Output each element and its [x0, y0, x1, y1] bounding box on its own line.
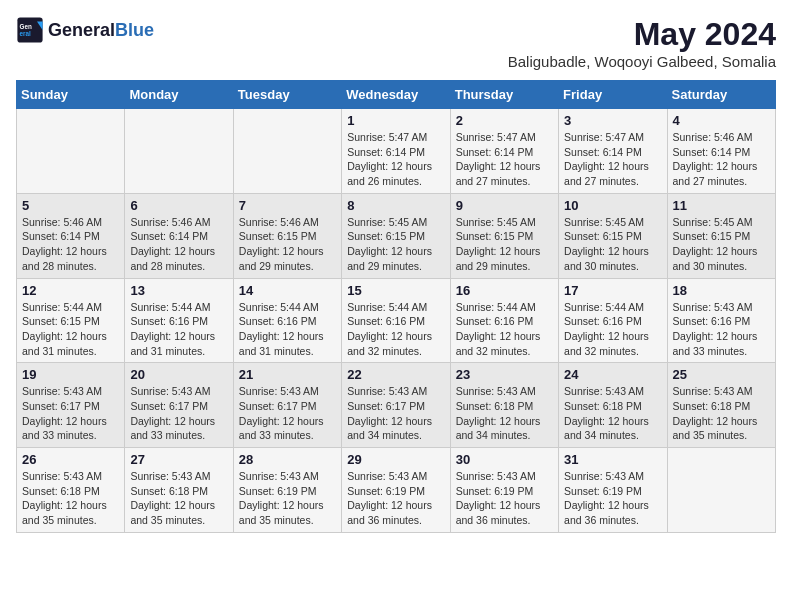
- day-info: Sunrise: 5:43 AM Sunset: 6:17 PM Dayligh…: [130, 384, 227, 443]
- day-info: Sunrise: 5:43 AM Sunset: 6:18 PM Dayligh…: [22, 469, 119, 528]
- empty-cell: [125, 109, 233, 194]
- logo-general: General: [48, 20, 115, 40]
- weekday-wednesday: Wednesday: [342, 81, 450, 109]
- day-cell-15: 15Sunrise: 5:44 AM Sunset: 6:16 PM Dayli…: [342, 278, 450, 363]
- weekday-tuesday: Tuesday: [233, 81, 341, 109]
- day-number: 31: [564, 452, 661, 467]
- day-cell-26: 26Sunrise: 5:43 AM Sunset: 6:18 PM Dayli…: [17, 448, 125, 533]
- day-number: 18: [673, 283, 770, 298]
- day-info: Sunrise: 5:43 AM Sunset: 6:17 PM Dayligh…: [347, 384, 444, 443]
- day-info: Sunrise: 5:44 AM Sunset: 6:15 PM Dayligh…: [22, 300, 119, 359]
- day-number: 4: [673, 113, 770, 128]
- day-number: 2: [456, 113, 553, 128]
- day-info: Sunrise: 5:43 AM Sunset: 6:18 PM Dayligh…: [673, 384, 770, 443]
- day-info: Sunrise: 5:45 AM Sunset: 6:15 PM Dayligh…: [456, 215, 553, 274]
- day-number: 19: [22, 367, 119, 382]
- day-number: 10: [564, 198, 661, 213]
- day-number: 12: [22, 283, 119, 298]
- day-info: Sunrise: 5:46 AM Sunset: 6:15 PM Dayligh…: [239, 215, 336, 274]
- day-info: Sunrise: 5:47 AM Sunset: 6:14 PM Dayligh…: [564, 130, 661, 189]
- day-number: 6: [130, 198, 227, 213]
- day-cell-7: 7Sunrise: 5:46 AM Sunset: 6:15 PM Daylig…: [233, 193, 341, 278]
- day-cell-11: 11Sunrise: 5:45 AM Sunset: 6:15 PM Dayli…: [667, 193, 775, 278]
- day-number: 14: [239, 283, 336, 298]
- day-info: Sunrise: 5:44 AM Sunset: 6:16 PM Dayligh…: [130, 300, 227, 359]
- day-cell-27: 27Sunrise: 5:43 AM Sunset: 6:18 PM Dayli…: [125, 448, 233, 533]
- day-info: Sunrise: 5:47 AM Sunset: 6:14 PM Dayligh…: [347, 130, 444, 189]
- day-cell-24: 24Sunrise: 5:43 AM Sunset: 6:18 PM Dayli…: [559, 363, 667, 448]
- day-number: 24: [564, 367, 661, 382]
- day-info: Sunrise: 5:43 AM Sunset: 6:17 PM Dayligh…: [239, 384, 336, 443]
- day-cell-3: 3Sunrise: 5:47 AM Sunset: 6:14 PM Daylig…: [559, 109, 667, 194]
- calendar-table: SundayMondayTuesdayWednesdayThursdayFrid…: [16, 80, 776, 533]
- calendar-week-row: 12Sunrise: 5:44 AM Sunset: 6:15 PM Dayli…: [17, 278, 776, 363]
- calendar-title: May 2024: [508, 16, 776, 53]
- day-number: 13: [130, 283, 227, 298]
- day-info: Sunrise: 5:43 AM Sunset: 6:18 PM Dayligh…: [564, 384, 661, 443]
- day-number: 17: [564, 283, 661, 298]
- day-info: Sunrise: 5:43 AM Sunset: 6:19 PM Dayligh…: [239, 469, 336, 528]
- day-cell-9: 9Sunrise: 5:45 AM Sunset: 6:15 PM Daylig…: [450, 193, 558, 278]
- day-cell-18: 18Sunrise: 5:43 AM Sunset: 6:16 PM Dayli…: [667, 278, 775, 363]
- day-cell-1: 1Sunrise: 5:47 AM Sunset: 6:14 PM Daylig…: [342, 109, 450, 194]
- day-info: Sunrise: 5:45 AM Sunset: 6:15 PM Dayligh…: [347, 215, 444, 274]
- empty-cell: [233, 109, 341, 194]
- day-cell-17: 17Sunrise: 5:44 AM Sunset: 6:16 PM Dayli…: [559, 278, 667, 363]
- weekday-friday: Friday: [559, 81, 667, 109]
- empty-cell: [17, 109, 125, 194]
- day-info: Sunrise: 5:43 AM Sunset: 6:18 PM Dayligh…: [130, 469, 227, 528]
- day-info: Sunrise: 5:43 AM Sunset: 6:19 PM Dayligh…: [347, 469, 444, 528]
- day-number: 23: [456, 367, 553, 382]
- day-cell-28: 28Sunrise: 5:43 AM Sunset: 6:19 PM Dayli…: [233, 448, 341, 533]
- weekday-row: SundayMondayTuesdayWednesdayThursdayFrid…: [17, 81, 776, 109]
- day-number: 28: [239, 452, 336, 467]
- day-info: Sunrise: 5:46 AM Sunset: 6:14 PM Dayligh…: [673, 130, 770, 189]
- title-block: May 2024 Baligubadle, Woqooyi Galbeed, S…: [508, 16, 776, 70]
- logo-icon: Gen eral: [16, 16, 44, 44]
- day-number: 1: [347, 113, 444, 128]
- calendar-week-row: 19Sunrise: 5:43 AM Sunset: 6:17 PM Dayli…: [17, 363, 776, 448]
- day-cell-23: 23Sunrise: 5:43 AM Sunset: 6:18 PM Dayli…: [450, 363, 558, 448]
- day-info: Sunrise: 5:44 AM Sunset: 6:16 PM Dayligh…: [239, 300, 336, 359]
- day-info: Sunrise: 5:45 AM Sunset: 6:15 PM Dayligh…: [564, 215, 661, 274]
- weekday-saturday: Saturday: [667, 81, 775, 109]
- svg-text:eral: eral: [20, 30, 31, 37]
- calendar-body: 1Sunrise: 5:47 AM Sunset: 6:14 PM Daylig…: [17, 109, 776, 533]
- day-number: 27: [130, 452, 227, 467]
- day-number: 26: [22, 452, 119, 467]
- day-info: Sunrise: 5:44 AM Sunset: 6:16 PM Dayligh…: [456, 300, 553, 359]
- day-info: Sunrise: 5:43 AM Sunset: 6:17 PM Dayligh…: [22, 384, 119, 443]
- day-cell-12: 12Sunrise: 5:44 AM Sunset: 6:15 PM Dayli…: [17, 278, 125, 363]
- day-info: Sunrise: 5:45 AM Sunset: 6:15 PM Dayligh…: [673, 215, 770, 274]
- day-cell-2: 2Sunrise: 5:47 AM Sunset: 6:14 PM Daylig…: [450, 109, 558, 194]
- day-number: 22: [347, 367, 444, 382]
- day-number: 11: [673, 198, 770, 213]
- day-cell-20: 20Sunrise: 5:43 AM Sunset: 6:17 PM Dayli…: [125, 363, 233, 448]
- day-info: Sunrise: 5:43 AM Sunset: 6:19 PM Dayligh…: [456, 469, 553, 528]
- day-number: 15: [347, 283, 444, 298]
- day-info: Sunrise: 5:47 AM Sunset: 6:14 PM Dayligh…: [456, 130, 553, 189]
- day-cell-4: 4Sunrise: 5:46 AM Sunset: 6:14 PM Daylig…: [667, 109, 775, 194]
- day-cell-31: 31Sunrise: 5:43 AM Sunset: 6:19 PM Dayli…: [559, 448, 667, 533]
- day-number: 3: [564, 113, 661, 128]
- day-number: 7: [239, 198, 336, 213]
- day-info: Sunrise: 5:43 AM Sunset: 6:16 PM Dayligh…: [673, 300, 770, 359]
- calendar-week-row: 1Sunrise: 5:47 AM Sunset: 6:14 PM Daylig…: [17, 109, 776, 194]
- day-cell-8: 8Sunrise: 5:45 AM Sunset: 6:15 PM Daylig…: [342, 193, 450, 278]
- day-cell-13: 13Sunrise: 5:44 AM Sunset: 6:16 PM Dayli…: [125, 278, 233, 363]
- day-cell-14: 14Sunrise: 5:44 AM Sunset: 6:16 PM Dayli…: [233, 278, 341, 363]
- day-cell-29: 29Sunrise: 5:43 AM Sunset: 6:19 PM Dayli…: [342, 448, 450, 533]
- svg-text:Gen: Gen: [20, 23, 32, 30]
- day-cell-5: 5Sunrise: 5:46 AM Sunset: 6:14 PM Daylig…: [17, 193, 125, 278]
- logo: Gen eral GeneralBlue: [16, 16, 154, 44]
- day-number: 20: [130, 367, 227, 382]
- day-number: 5: [22, 198, 119, 213]
- day-info: Sunrise: 5:44 AM Sunset: 6:16 PM Dayligh…: [564, 300, 661, 359]
- day-cell-25: 25Sunrise: 5:43 AM Sunset: 6:18 PM Dayli…: [667, 363, 775, 448]
- day-cell-22: 22Sunrise: 5:43 AM Sunset: 6:17 PM Dayli…: [342, 363, 450, 448]
- day-number: 25: [673, 367, 770, 382]
- day-cell-21: 21Sunrise: 5:43 AM Sunset: 6:17 PM Dayli…: [233, 363, 341, 448]
- day-number: 8: [347, 198, 444, 213]
- day-info: Sunrise: 5:46 AM Sunset: 6:14 PM Dayligh…: [22, 215, 119, 274]
- empty-cell: [667, 448, 775, 533]
